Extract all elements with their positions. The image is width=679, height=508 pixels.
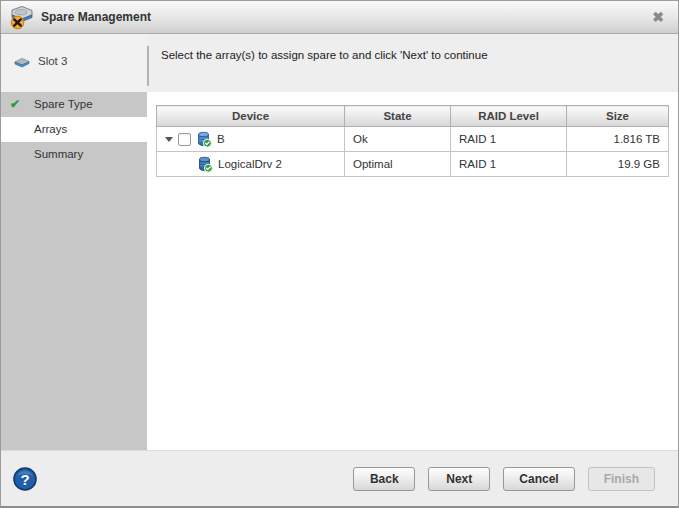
cancel-button[interactable]: Cancel <box>503 467 574 491</box>
table-row-logicaldrv-2[interactable]: LogicalDrv 2 Optimal RAID 1 19.9 GB <box>157 152 669 177</box>
table-header-row: Device State RAID Level Size <box>157 106 669 127</box>
column-header-device[interactable]: Device <box>157 106 345 127</box>
step-summary[interactable]: Summary <box>1 142 147 167</box>
triangle-down-icon[interactable] <box>165 137 173 142</box>
device-name: B <box>217 133 225 145</box>
array-table: Device State RAID Level Size <box>156 105 669 177</box>
step-spare-type[interactable]: ✔ Spare Type <box>1 92 147 117</box>
array-drive-icon <box>196 131 212 148</box>
raid-level-cell: RAID 1 <box>451 152 567 177</box>
table-row-array-b[interactable]: B Ok RAID 1 1.816 TB <box>157 127 669 152</box>
wizard-sidebar: Slot 3 ✔ Spare Type Arrays Summary <box>1 34 147 450</box>
back-button[interactable]: Back <box>353 467 415 491</box>
step-arrays[interactable]: Arrays <box>1 117 147 142</box>
dialog-body: Slot 3 ✔ Spare Type Arrays Summary Selec… <box>1 34 678 450</box>
svg-text:?: ? <box>20 470 29 487</box>
array-checkbox[interactable] <box>178 133 191 146</box>
content-area: Device State RAID Level Size <box>147 92 678 450</box>
step-label: Spare Type <box>34 98 93 110</box>
device-name: LogicalDrv 2 <box>218 158 282 170</box>
title-bar: Spare Management ✖ <box>1 1 678 34</box>
hard-disk-tools-icon <box>8 5 34 30</box>
main-panel: Select the array(s) to assign spare to a… <box>147 34 678 450</box>
green-checkmark-icon: ✔ <box>10 92 20 117</box>
step-label: Arrays <box>34 123 67 135</box>
raid-level-cell: RAID 1 <box>451 127 567 152</box>
column-header-raid-level[interactable]: RAID Level <box>451 106 567 127</box>
slot-label: Slot 3 <box>38 55 67 67</box>
column-header-size[interactable]: Size <box>567 106 669 127</box>
wizard-buttons: Back Next Cancel Finish <box>353 467 655 491</box>
spare-management-dialog: Spare Management ✖ Slot 3 ✔ Spare Type <box>0 0 679 508</box>
instruction-text: Select the array(s) to assign spare to a… <box>147 34 678 92</box>
help-icon[interactable]: ? <box>13 467 37 491</box>
wizard-steps: ✔ Spare Type Arrays Summary <box>1 92 147 450</box>
step-label: Summary <box>34 148 83 160</box>
state-cell: Optimal <box>345 152 451 177</box>
next-button[interactable]: Next <box>428 467 490 491</box>
state-cell: Ok <box>345 127 451 152</box>
finish-button[interactable]: Finish <box>588 467 655 491</box>
size-cell: 1.816 TB <box>567 127 669 152</box>
hard-disk-icon <box>13 55 31 68</box>
dialog-title: Spare Management <box>41 10 151 24</box>
column-header-state[interactable]: State <box>345 106 451 127</box>
close-icon[interactable]: ✖ <box>648 8 668 26</box>
size-cell: 19.9 GB <box>567 152 669 177</box>
slot-header: Slot 3 <box>1 34 147 92</box>
logical-drive-icon <box>197 156 213 173</box>
footer-bar: ? Back Next Cancel Finish <box>1 450 678 506</box>
